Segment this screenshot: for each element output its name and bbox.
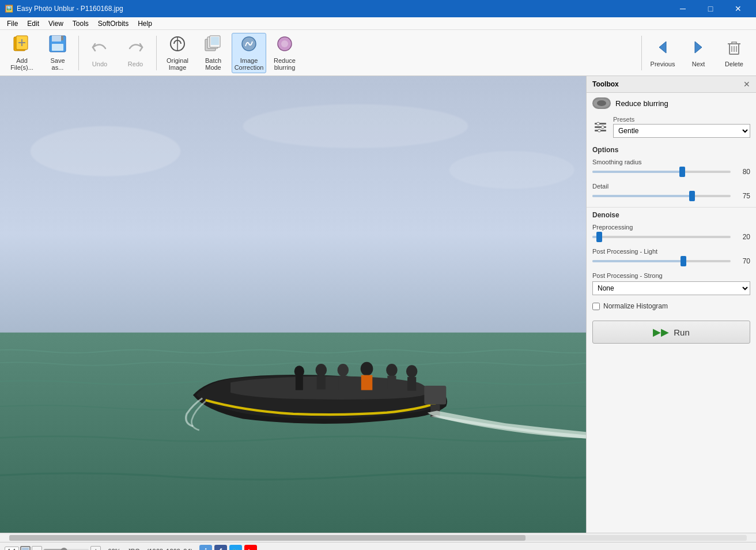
previous-icon [653, 38, 672, 59]
redo-button[interactable]: Redo [118, 33, 153, 73]
image-correction-label: Image Correction [235, 57, 264, 71]
reduce-blurring-label: Reduce blurring [615, 99, 668, 108]
preprocessing-track[interactable] [592, 236, 731, 238]
status-social: ℹ f 🐦 ▶ [199, 545, 257, 551]
normalize-histogram-label[interactable]: Normalize Histogram [603, 302, 668, 310]
svg-point-25 [31, 126, 180, 176]
h-scrollbar-thumb[interactable] [9, 535, 526, 541]
zoom-percent: 60% [108, 548, 120, 551]
maximize-button[interactable]: □ [697, 0, 724, 17]
svg-rect-7 [61, 36, 63, 40]
zoom-out-button[interactable]: - [32, 546, 42, 551]
presets-select[interactable]: Gentle Normal Strong Custom [613, 124, 750, 138]
svg-rect-35 [317, 376, 326, 390]
smoothing-radius-fill [592, 171, 682, 173]
zoom-thumb[interactable] [61, 548, 67, 551]
image-area[interactable] [0, 76, 586, 533]
ratio-value: 1:1 [7, 548, 16, 551]
svg-point-32 [294, 366, 304, 377]
original-image-label: Original Image [167, 57, 188, 71]
smoothing-radius-value: 80 [734, 168, 750, 176]
undo-label: Undo [92, 61, 107, 67]
svg-point-45 [597, 100, 606, 106]
previous-button[interactable]: Previous [645, 33, 680, 73]
twitter-button[interactable]: 🐦 [229, 545, 242, 551]
next-button[interactable]: Next [681, 33, 716, 73]
smoothing-radius-thumb[interactable] [679, 167, 685, 177]
batch-mode-icon [204, 35, 222, 56]
original-image-button[interactable]: Original Image [160, 33, 195, 73]
info-button[interactable]: ℹ [199, 545, 212, 551]
svg-point-50 [602, 126, 604, 129]
title-bar-controls: ─ □ ✕ [670, 0, 751, 17]
smoothing-radius-container: 80 [592, 168, 750, 176]
toolbox-title: Toolbox [592, 80, 619, 88]
post-processing-light-track[interactable] [592, 260, 731, 262]
format-badge: JPG [127, 548, 139, 551]
detail-row: Detail 75 [587, 180, 756, 205]
toolbox-header: Toolbox ✕ [587, 76, 756, 93]
preprocessing-label: Preprocessing [592, 224, 750, 231]
normalize-histogram-checkbox[interactable] [592, 303, 600, 310]
detail-container: 75 [592, 192, 750, 200]
reduce-blurring-button[interactable]: Reduce blurring [267, 33, 302, 73]
batch-mode-button[interactable]: Batch Mode [196, 33, 230, 73]
menu-edit[interactable]: Edit [22, 18, 44, 29]
original-image-icon [168, 35, 187, 56]
svg-rect-37 [339, 376, 347, 390]
options-section-title: Options [587, 142, 756, 156]
menu-view[interactable]: View [44, 18, 68, 29]
delete-label: Delete [725, 61, 743, 67]
detail-fill [592, 195, 692, 197]
toolbox-close-button[interactable]: ✕ [743, 80, 750, 89]
post-processing-light-container: 70 [592, 257, 750, 265]
add-files-label: Add File(s)... [10, 57, 33, 71]
smoothing-radius-track[interactable] [592, 171, 731, 173]
close-button[interactable]: ✕ [725, 0, 751, 17]
detail-track[interactable] [592, 195, 731, 197]
svg-point-49 [597, 122, 600, 125]
save-icon [48, 35, 67, 56]
facebook-button[interactable]: f [214, 545, 227, 551]
redo-icon [126, 38, 145, 59]
svg-point-38 [361, 362, 373, 376]
youtube-button[interactable]: ▶ [244, 545, 257, 551]
preprocessing-thumb[interactable] [596, 232, 602, 242]
run-btn-container: ▶▶ Run [587, 315, 756, 349]
menu-file[interactable]: File [2, 18, 22, 29]
app-title: Easy Photo Unblur - P1160168.jpg [17, 5, 123, 13]
menu-softorbits[interactable]: SoftOrbits [93, 18, 133, 29]
image-correction-button[interactable]: Image Correction [232, 33, 266, 73]
zoom-in-button[interactable]: + [90, 546, 101, 551]
run-button[interactable]: ▶▶ Run [592, 321, 750, 344]
delete-button[interactable]: Delete [717, 33, 751, 73]
presets-right: Presets Gentle Normal Strong Custom [613, 116, 750, 138]
zoom-box [20, 546, 31, 551]
delete-icon [725, 38, 743, 59]
detail-value: 75 [734, 192, 750, 200]
menu-help[interactable]: Help [133, 18, 157, 29]
post-processing-strong-select[interactable]: None Light Medium Strong [592, 281, 750, 295]
undo-button[interactable]: Undo [82, 33, 117, 73]
post-processing-light-thumb[interactable] [681, 256, 686, 266]
add-files-button[interactable]: Add File(s)... [5, 33, 39, 73]
h-scrollbar[interactable] [9, 535, 747, 541]
title-bar: 🖼️ Easy Photo Unblur - P1160168.jpg ─ □ … [0, 0, 756, 17]
svg-point-36 [338, 364, 349, 376]
svg-point-34 [316, 364, 327, 376]
toolbar-sep-2 [156, 36, 157, 70]
svg-rect-41 [387, 376, 396, 390]
menu-tools[interactable]: Tools [68, 18, 93, 29]
app-icon: 🖼️ [5, 5, 13, 13]
toolbar-sep-3 [641, 36, 642, 70]
save-as-button[interactable]: Save as... [40, 33, 75, 73]
svg-marker-18 [695, 42, 702, 53]
next-label: Next [692, 61, 705, 67]
post-processing-strong-label: Post Processing - Strong [592, 272, 750, 279]
svg-point-26 [243, 104, 468, 148]
svg-rect-30 [424, 386, 446, 405]
detail-thumb[interactable] [689, 191, 695, 201]
detail-label: Detail [592, 183, 750, 190]
post-processing-strong-row: Post Processing - Strong None Light Medi… [587, 270, 756, 300]
minimize-button[interactable]: ─ [670, 0, 696, 17]
